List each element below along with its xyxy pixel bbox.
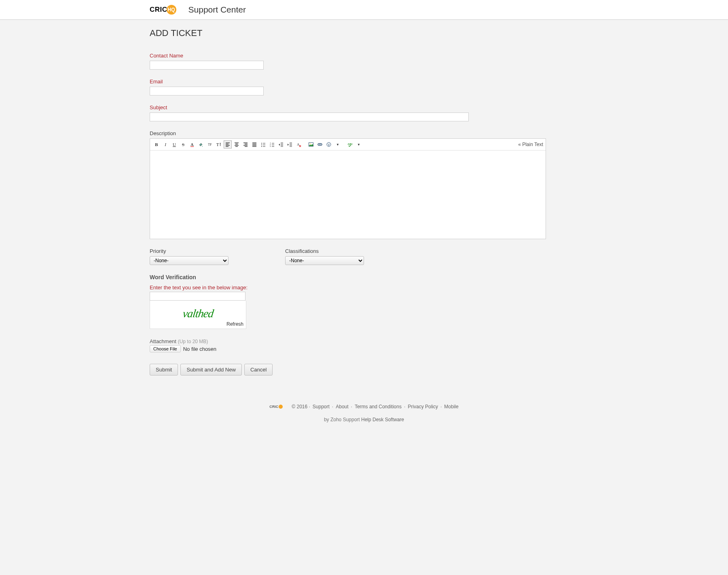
bold-icon[interactable]: B	[152, 140, 161, 149]
classifications-label: Classifications	[285, 248, 364, 254]
svg-text:A: A	[297, 142, 300, 146]
word-verification-title: Word Verification	[150, 274, 578, 280]
field-classifications: Classifications -None-	[285, 248, 364, 265]
footer-logo-text: CRIC	[269, 405, 278, 409]
svg-point-3	[261, 146, 262, 147]
font-family-icon[interactable]: T	[215, 140, 223, 149]
refresh-captcha-link[interactable]: Refresh	[226, 321, 243, 327]
plain-text-toggle[interactable]: « Plain Text	[518, 142, 543, 147]
bullet-list-icon[interactable]	[259, 140, 267, 149]
align-right-icon[interactable]	[241, 140, 250, 149]
footer-link-mobile[interactable]: Mobile	[444, 404, 458, 410]
underline-icon[interactable]: U	[170, 140, 178, 149]
field-email: Email	[150, 79, 578, 95]
captcha-instruction: Enter the text you see in the below imag…	[150, 284, 578, 291]
field-subject: Subject	[150, 104, 578, 121]
footer-link-support[interactable]: Support	[313, 404, 330, 410]
priority-select[interactable]: -None-	[150, 256, 229, 265]
subject-label: Subject	[150, 104, 578, 110]
header-inner: CRIC HQ Support Center	[146, 5, 582, 15]
rich-text-editor: B I U S A TF T	[150, 138, 546, 239]
word-verification-section: Word Verification Enter the text you see…	[150, 274, 578, 329]
main-content: ADD TICKET Contact Name Email Subject De…	[146, 20, 582, 384]
captcha-text: valthed	[182, 307, 214, 320]
contact-name-label: Contact Name	[150, 53, 578, 59]
cancel-button[interactable]: Cancel	[244, 364, 273, 376]
font-size-icon[interactable]: TF	[206, 140, 214, 149]
submit-add-new-button[interactable]: Submit and Add New	[180, 364, 241, 376]
dropdown-icon[interactable]: ▼	[355, 140, 363, 149]
footer: CRIC © 2016 · Support · About · Terms an…	[146, 404, 582, 422]
description-textarea[interactable]	[150, 151, 546, 239]
footer-links-row: CRIC © 2016 · Support · About · Terms an…	[146, 404, 582, 410]
clear-format-icon[interactable]: A	[295, 140, 303, 149]
svg-point-9	[310, 144, 311, 144]
field-contact-name: Contact Name	[150, 53, 578, 70]
dropdown-icon[interactable]: ▼	[334, 140, 342, 149]
special-char-icon[interactable]	[325, 140, 333, 149]
page-title: ADD TICKET	[150, 28, 578, 38]
footer-link-privacy[interactable]: Privacy Policy	[408, 404, 438, 410]
footer-separator: ·	[332, 404, 333, 410]
field-priority: Priority -None-	[150, 248, 229, 265]
outdent-icon[interactable]	[277, 140, 285, 149]
logo-text: CRIC	[150, 6, 167, 14]
italic-icon[interactable]: I	[161, 140, 169, 149]
logo-badge: HQ	[167, 5, 176, 15]
footer-link-about[interactable]: About	[336, 404, 348, 410]
editor-toolbar: B I U S A TF T	[150, 139, 546, 151]
header: CRIC HQ Support Center	[0, 0, 728, 20]
submit-button[interactable]: Submit	[150, 364, 178, 376]
subject-input[interactable]	[150, 112, 469, 121]
indent-icon[interactable]	[286, 140, 294, 149]
strikethrough-icon[interactable]: S	[179, 140, 187, 149]
font-color-icon[interactable]: A	[188, 140, 196, 149]
attachment-section: Attachment (Up to 20 MB) Choose File No …	[150, 338, 578, 352]
link-icon[interactable]	[316, 140, 324, 149]
file-status-text: No file chosen	[183, 346, 216, 352]
align-left-icon[interactable]	[224, 140, 232, 149]
footer-credit-link[interactable]: Help Desk Software	[361, 417, 404, 422]
header-title: Support Center	[188, 5, 246, 15]
email-label: Email	[150, 79, 578, 85]
choose-file-button[interactable]: Choose File	[150, 345, 181, 352]
numbered-list-icon[interactable]: 123	[268, 140, 276, 149]
footer-separator: ·	[404, 404, 405, 410]
footer-separator: ·	[351, 404, 352, 410]
attachment-hint: (Up to 20 MB)	[178, 339, 208, 344]
spellcheck-icon[interactable]: ABC	[346, 140, 354, 149]
svg-text:3: 3	[270, 145, 271, 147]
captcha-input[interactable]	[150, 292, 245, 301]
form-actions: Submit Submit and Add New Cancel	[150, 364, 578, 376]
file-chooser-row: Choose File No file chosen	[150, 345, 578, 352]
footer-credit: by Zoho Support Help Desk Software	[146, 417, 582, 422]
logo[interactable]: CRIC HQ	[150, 5, 176, 15]
contact-name-input[interactable]	[150, 61, 264, 70]
priority-label: Priority	[150, 248, 229, 254]
captcha-image-box: valthed Refresh	[150, 301, 246, 329]
priority-classification-row: Priority -None- Classifications -None-	[150, 248, 578, 265]
svg-point-2	[261, 144, 262, 145]
align-justify-icon[interactable]	[250, 140, 258, 149]
image-icon[interactable]	[307, 140, 315, 149]
footer-logo: CRIC	[269, 405, 283, 409]
footer-credit-prefix: by Zoho Support	[324, 417, 361, 422]
svg-text:ABC: ABC	[347, 142, 353, 146]
attachment-label: Attachment	[150, 338, 176, 344]
email-input[interactable]	[150, 87, 264, 95]
background-color-icon[interactable]	[197, 140, 205, 149]
classifications-select[interactable]: -None-	[285, 256, 364, 265]
description-label: Description	[150, 130, 578, 136]
align-center-icon[interactable]	[233, 140, 241, 149]
footer-link-terms[interactable]: Terms and Conditions	[355, 404, 402, 410]
footer-copyright: © 2016 ·	[292, 404, 310, 410]
footer-logo-badge	[279, 405, 283, 409]
svg-point-1	[261, 143, 262, 144]
footer-separator: ·	[440, 404, 442, 410]
field-description: Description B I U S A TF T	[150, 130, 578, 239]
svg-text:T: T	[216, 142, 219, 147]
